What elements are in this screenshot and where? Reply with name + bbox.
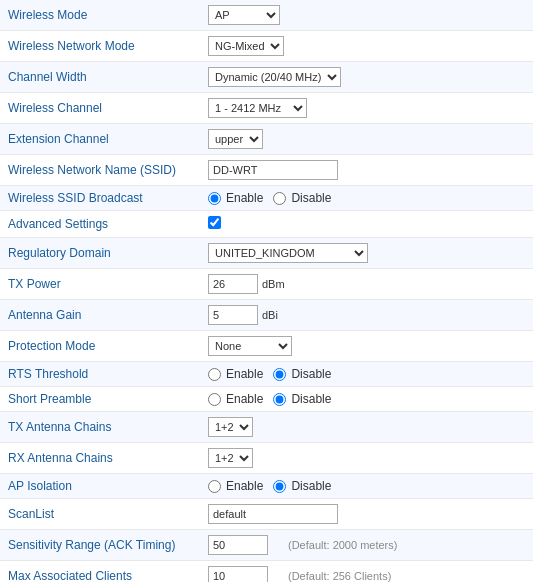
label-regulatory-domain: Regulatory Domain [0,238,200,269]
input-ssid[interactable] [208,160,338,180]
settings-row-wireless-network-mode: Wireless Network ModeNG-MixedB-OnlyG-Onl… [0,31,533,62]
value-wireless-channel: 1 - 2412 MHz2 - 2417 MHz6 - 2437 MHz11 -… [200,93,533,124]
select-wireless-mode[interactable]: APClientRepeaterAd-Hoc [208,5,280,25]
hint-sensitivity-range: (Default: 2000 meters) [288,539,397,551]
label-tx-power: TX Power [0,269,200,300]
radio-rts-threshold-disable[interactable] [273,368,286,381]
value-tx-antenna-chains: 1+212 [200,412,533,443]
value-advanced-settings [200,211,533,238]
settings-row-tx-power: TX PowerdBm [0,269,533,300]
settings-row-protection-mode: Protection ModeNoneCTS-to-SelfRTS/CTS [0,331,533,362]
settings-row-tx-antenna-chains: TX Antenna Chains1+212 [0,412,533,443]
select-wireless-network-mode[interactable]: NG-MixedB-OnlyG-OnlyN-Only [208,36,284,56]
value-scanlist [200,499,533,530]
select-tx-antenna-chains[interactable]: 1+212 [208,417,253,437]
unit-tx-power: dBm [262,278,285,290]
settings-row-sensitivity-range: Sensitivity Range (ACK Timing)(Default: … [0,530,533,561]
select-wireless-channel[interactable]: 1 - 2412 MHz2 - 2417 MHz6 - 2437 MHz11 -… [208,98,307,118]
input-sensitivity-range[interactable] [208,535,268,555]
value-max-associated-clients: (Default: 256 Clients) [200,561,533,583]
label-rts-threshold: RTS Threshold [0,362,200,387]
select-extension-channel[interactable]: upperlower [208,129,263,149]
radio-group-short-preamble: EnableDisable [208,392,525,406]
label-max-associated-clients: Max Associated Clients [0,561,200,583]
label-antenna-gain: Antenna Gain [0,300,200,331]
settings-table: Wireless ModeAPClientRepeaterAd-HocWirel… [0,0,533,582]
radio-short-preamble-disable[interactable] [273,393,286,406]
value-regulatory-domain: UNITED_KINGDOMUNITED_STATESEUROPE [200,238,533,269]
value-rts-threshold: EnableDisable [200,362,533,387]
radio-group-ap-isolation: EnableDisable [208,479,525,493]
label-rx-antenna-chains: RX Antenna Chains [0,443,200,474]
input-antenna-gain[interactable] [208,305,258,325]
label-short-preamble: Short Preamble [0,387,200,412]
value-protection-mode: NoneCTS-to-SelfRTS/CTS [200,331,533,362]
settings-row-rx-antenna-chains: RX Antenna Chains1+212 [0,443,533,474]
hint-max-associated-clients: (Default: 256 Clients) [288,570,391,582]
input-max-associated-clients[interactable] [208,566,268,582]
radio-option-rts-threshold-enable[interactable]: Enable [208,367,263,381]
settings-row-ap-isolation: AP IsolationEnableDisable [0,474,533,499]
value-channel-width: Dynamic (20/40 MHz)20 MHz40 MHz [200,62,533,93]
radio-group-ssid-broadcast: EnableDisable [208,191,525,205]
settings-row-scanlist: ScanList [0,499,533,530]
value-rx-antenna-chains: 1+212 [200,443,533,474]
label-sensitivity-range: Sensitivity Range (ACK Timing) [0,530,200,561]
label-ap-isolation: AP Isolation [0,474,200,499]
value-wireless-network-mode: NG-MixedB-OnlyG-OnlyN-Only [200,31,533,62]
label-scanlist: ScanList [0,499,200,530]
label-wireless-mode: Wireless Mode [0,0,200,31]
radio-rts-threshold-enable[interactable] [208,368,221,381]
label-ssid: Wireless Network Name (SSID) [0,155,200,186]
value-antenna-gain: dBi [200,300,533,331]
radio-option-short-preamble-enable[interactable]: Enable [208,392,263,406]
label-wireless-network-mode: Wireless Network Mode [0,31,200,62]
radio-ssid-broadcast-disable[interactable] [273,192,286,205]
settings-row-wireless-channel: Wireless Channel1 - 2412 MHz2 - 2417 MHz… [0,93,533,124]
radio-option-short-preamble-disable[interactable]: Disable [273,392,331,406]
select-regulatory-domain[interactable]: UNITED_KINGDOMUNITED_STATESEUROPE [208,243,368,263]
label-protection-mode: Protection Mode [0,331,200,362]
settings-row-ssid-broadcast: Wireless SSID BroadcastEnableDisable [0,186,533,211]
select-rx-antenna-chains[interactable]: 1+212 [208,448,253,468]
value-ssid-broadcast: EnableDisable [200,186,533,211]
value-wireless-mode: APClientRepeaterAd-Hoc [200,0,533,31]
radio-option-ssid-broadcast-disable[interactable]: Disable [273,191,331,205]
value-ssid [200,155,533,186]
value-short-preamble: EnableDisable [200,387,533,412]
label-tx-antenna-chains: TX Antenna Chains [0,412,200,443]
radio-option-ssid-broadcast-enable[interactable]: Enable [208,191,263,205]
label-extension-channel: Extension Channel [0,124,200,155]
radio-ap-isolation-enable[interactable] [208,480,221,493]
settings-row-extension-channel: Extension Channelupperlower [0,124,533,155]
radio-group-rts-threshold: EnableDisable [208,367,525,381]
checkbox-advanced-settings[interactable] [208,216,221,229]
label-ssid-broadcast: Wireless SSID Broadcast [0,186,200,211]
settings-row-regulatory-domain: Regulatory DomainUNITED_KINGDOMUNITED_ST… [0,238,533,269]
radio-short-preamble-enable[interactable] [208,393,221,406]
label-channel-width: Channel Width [0,62,200,93]
radio-option-ap-isolation-disable[interactable]: Disable [273,479,331,493]
settings-row-antenna-gain: Antenna GaindBi [0,300,533,331]
radio-ap-isolation-disable[interactable] [273,480,286,493]
unit-antenna-gain: dBi [262,309,278,321]
radio-ssid-broadcast-enable[interactable] [208,192,221,205]
value-extension-channel: upperlower [200,124,533,155]
settings-row-short-preamble: Short PreambleEnableDisable [0,387,533,412]
input-tx-power[interactable] [208,274,258,294]
label-advanced-settings: Advanced Settings [0,211,200,238]
settings-row-advanced-settings: Advanced Settings [0,211,533,238]
settings-row-rts-threshold: RTS ThresholdEnableDisable [0,362,533,387]
value-sensitivity-range: (Default: 2000 meters) [200,530,533,561]
settings-row-wireless-mode: Wireless ModeAPClientRepeaterAd-Hoc [0,0,533,31]
value-ap-isolation: EnableDisable [200,474,533,499]
value-tx-power: dBm [200,269,533,300]
radio-option-ap-isolation-enable[interactable]: Enable [208,479,263,493]
select-protection-mode[interactable]: NoneCTS-to-SelfRTS/CTS [208,336,292,356]
settings-row-ssid: Wireless Network Name (SSID) [0,155,533,186]
radio-option-rts-threshold-disable[interactable]: Disable [273,367,331,381]
label-wireless-channel: Wireless Channel [0,93,200,124]
settings-row-channel-width: Channel WidthDynamic (20/40 MHz)20 MHz40… [0,62,533,93]
select-channel-width[interactable]: Dynamic (20/40 MHz)20 MHz40 MHz [208,67,341,87]
input-scanlist[interactable] [208,504,338,524]
